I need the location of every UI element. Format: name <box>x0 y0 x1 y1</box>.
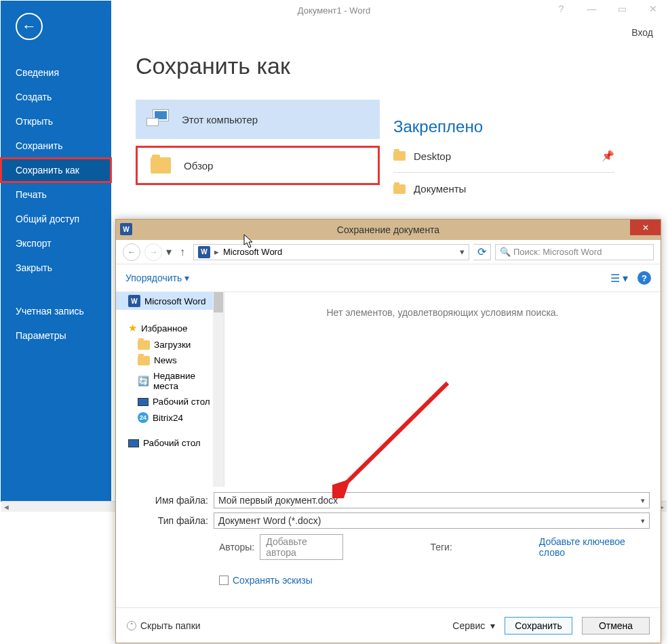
sidebar-item-export[interactable]: Экспорт <box>1 231 111 256</box>
separator <box>393 172 614 173</box>
sidebar-item-new[interactable]: Создать <box>1 85 111 109</box>
pinned-label: Документы <box>414 183 466 195</box>
tags-input[interactable]: Добавьте ключевое слово <box>539 536 650 558</box>
dialog-footer: ˄ Скрыть папки Сервис ▾ Сохранить Отмена <box>116 607 661 643</box>
sidebar-item-open[interactable]: Открыть <box>1 109 111 134</box>
search-icon: 🔍 <box>500 247 511 257</box>
sidebar-item-save-as[interactable]: Сохранить как <box>1 158 111 182</box>
nav-forward-button[interactable]: → <box>144 243 162 261</box>
authors-label: Авторы: <box>219 542 254 552</box>
dialog-close-button[interactable]: ✕ <box>630 220 661 235</box>
word-icon: W <box>120 223 132 235</box>
dialog-titlebar: W Сохранение документа ✕ <box>116 220 661 240</box>
search-placeholder: Поиск: Microsoft Word <box>513 247 602 257</box>
sidebar-item-save[interactable]: Сохранить <box>1 134 111 158</box>
organize-menu[interactable]: Упорядочить ▾ <box>125 273 189 283</box>
help-button[interactable]: ? <box>546 0 576 17</box>
browse-label: Обзор <box>184 160 213 172</box>
save-button[interactable]: Сохранить <box>505 617 572 635</box>
save-file-dialog: W Сохранение документа ✕ ← → ▾ ↑ W ▸ Mic… <box>115 219 661 643</box>
sidebar-item-info[interactable]: Сведения <box>1 60 111 85</box>
save-thumbnails-option[interactable]: Сохранять эскизы <box>127 575 650 586</box>
folder-open-icon <box>147 153 174 178</box>
hide-folders-toggle[interactable]: ˄ Скрыть папки <box>127 620 201 631</box>
tags-label: Теги: <box>430 542 452 552</box>
tree-scrollbar[interactable] <box>213 292 224 487</box>
monitor-icon <box>138 398 149 406</box>
tree-item-desktop[interactable]: Рабочий стол <box>116 394 224 409</box>
folder-tree: W Microsoft Word ★ Избранное Загрузки Ne… <box>116 292 224 487</box>
folder-icon <box>393 184 406 194</box>
this-pc-label: Этот компьютер <box>182 114 258 125</box>
filename-label: Имя файла: <box>127 495 214 506</box>
pinned-label: Desktop <box>414 150 451 162</box>
file-list-empty: Нет элементов, удовлетворяющих условиям … <box>224 292 661 487</box>
backstage-sidebar: ← Сведения Создать Открыть Сохранить Сох… <box>1 1 111 502</box>
search-input[interactable]: 🔍 Поиск: Microsoft Word <box>495 244 654 260</box>
tools-menu[interactable]: Сервис ▾ <box>452 620 495 631</box>
word-icon: W <box>198 246 210 258</box>
nav-back-button[interactable]: ← <box>123 243 140 261</box>
dialog-navbar: ← → ▾ ↑ W ▸ Microsoft Word ▾ ⟳ 🔍 Поиск: … <box>116 240 661 264</box>
filetype-label: Тип файла: <box>127 515 214 526</box>
breadcrumb-bar[interactable]: W ▸ Microsoft Word ▾ <box>193 244 469 260</box>
pinned-heading: Закреплено <box>393 117 614 136</box>
view-options-button[interactable]: ☰ ▾ <box>610 272 628 285</box>
recent-places-icon: 🔄 <box>138 376 149 386</box>
tree-item-desktop-root[interactable]: Рабочий стол <box>116 435 224 451</box>
bitrix-icon: 24 <box>138 412 149 423</box>
dialog-title-text: Сохранение документа <box>337 224 439 235</box>
help-button[interactable]: ? <box>637 271 651 285</box>
chevron-down-icon[interactable]: ▾ <box>166 245 172 258</box>
page-title: Сохранить как <box>136 53 668 79</box>
star-icon: ★ <box>128 322 137 334</box>
authors-input[interactable]: Добавьте автора <box>260 534 343 560</box>
cancel-button[interactable]: Отмена <box>582 617 650 635</box>
sidebar-item-share[interactable]: Общий доступ <box>1 207 111 231</box>
save-location-browse[interactable]: Обзор <box>136 146 380 185</box>
chevron-right-icon: ▸ <box>214 247 219 257</box>
chevron-down-icon[interactable]: ▾ <box>641 517 645 525</box>
tree-item-news[interactable]: News <box>116 353 224 368</box>
monitor-icon <box>128 439 139 447</box>
tree-item-recent[interactable]: 🔄 Недавние места <box>116 368 224 394</box>
breadcrumb-text: Microsoft Word <box>223 247 282 257</box>
chevron-down-icon[interactable]: ▾ <box>641 496 645 505</box>
sidebar-item-print[interactable]: Печать <box>1 182 111 207</box>
scroll-left-icon[interactable]: ◄ <box>3 503 10 511</box>
tree-item-favorites[interactable]: ★ Избранное <box>116 319 224 337</box>
pinned-item-desktop[interactable]: Desktop 📌 <box>393 143 614 169</box>
close-button[interactable]: ✕ <box>637 0 668 17</box>
filename-input[interactable]: Мой первый документ.docx ▾ <box>214 492 650 508</box>
chevron-down-icon[interactable]: ▾ <box>460 247 465 257</box>
dialog-toolbar: Упорядочить ▾ ☰ ▾ ? <box>116 264 661 291</box>
folder-icon <box>393 151 406 161</box>
tree-item-microsoft-word[interactable]: W Microsoft Word <box>116 292 224 310</box>
tree-item-bitrix[interactable]: 24 Bitrix24 <box>116 409 224 426</box>
sidebar-item-options[interactable]: Параметры <box>1 323 111 348</box>
computer-icon <box>145 107 172 132</box>
sidebar-item-close[interactable]: Закрыть <box>1 256 111 280</box>
back-button[interactable]: ← <box>16 13 43 40</box>
checkbox-icon[interactable] <box>219 576 229 585</box>
tree-item-downloads[interactable]: Загрузки <box>116 337 224 353</box>
arrow-left-icon: ← <box>22 18 37 35</box>
sidebar-item-account[interactable]: Учетная запись <box>1 299 111 323</box>
caret-up-icon: ˄ <box>127 621 136 630</box>
document-title: Документ1 - Word <box>298 5 370 16</box>
pinned-item-documents[interactable]: Документы <box>393 176 614 201</box>
pinned-section: Закреплено Desktop 📌 Документы <box>393 117 614 201</box>
refresh-button[interactable]: ⟳ <box>473 244 491 260</box>
filetype-select[interactable]: Документ Word (*.docx) ▾ <box>214 512 650 529</box>
login-link[interactable]: Вход <box>631 27 653 38</box>
save-location-this-pc[interactable]: Этот компьютер <box>136 100 380 139</box>
maximize-button[interactable]: ▭ <box>607 0 637 17</box>
minimize-button[interactable]: — <box>576 0 607 17</box>
chevron-down-icon: ▾ <box>184 273 189 283</box>
word-icon: W <box>128 295 140 307</box>
folder-icon <box>138 356 150 365</box>
nav-up-button[interactable]: ↑ <box>176 246 189 258</box>
pin-icon[interactable]: 📌 <box>602 150 614 162</box>
folder-icon <box>138 340 150 350</box>
